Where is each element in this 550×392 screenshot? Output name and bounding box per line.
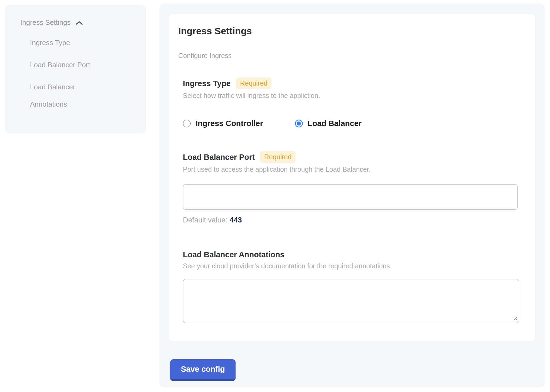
save-config-button[interactable]: Save config <box>170 359 236 381</box>
default-value-row: Default value:443 <box>183 216 524 224</box>
default-value: 443 <box>230 216 242 224</box>
field-load-balancer-port: Load Balancer Port Required Port used to… <box>183 151 524 224</box>
chevron-up-icon <box>75 20 83 26</box>
sidebar-section-label: Ingress Settings <box>20 18 71 26</box>
required-badge: Required <box>236 77 271 89</box>
load-balancer-port-input[interactable] <box>183 184 518 210</box>
ingress-settings-card: Ingress Settings Configure Ingress Ingre… <box>169 14 535 341</box>
sidebar-item-load-balancer-port[interactable]: Load Balancer Port <box>30 56 111 73</box>
field-description-load-balancer-port: Port used to access the application thro… <box>183 165 524 173</box>
radio-ingress-controller[interactable] <box>183 120 191 127</box>
annotations-textarea-wrap <box>183 279 519 323</box>
default-value-label: Default value: <box>183 216 227 224</box>
field-description-load-balancer-annotations: See your cloud provider’s documentation … <box>183 262 524 270</box>
load-balancer-annotations-textarea[interactable] <box>183 279 519 323</box>
radio-label-load-balancer: Load Balancer <box>308 119 362 128</box>
field-label-ingress-type: Ingress Type <box>183 79 231 88</box>
radio-label-ingress-controller: Ingress Controller <box>196 119 263 128</box>
main-panel: Ingress Settings Configure Ingress Ingre… <box>159 4 545 387</box>
sidebar: Ingress Settings Ingress Type Load Balan… <box>5 5 146 133</box>
ingress-type-radio-group: Ingress Controller Load Balancer <box>183 119 524 128</box>
radio-option-ingress-controller[interactable]: Ingress Controller <box>183 119 263 128</box>
page-title: Ingress Settings <box>178 26 524 36</box>
ingress-form: Ingress Type Required Select how traffic… <box>183 77 524 323</box>
required-badge: Required <box>260 151 296 163</box>
field-load-balancer-annotations: Load Balancer Annotations See your cloud… <box>183 250 524 323</box>
sidebar-item-list: Ingress Type Load Balancer Port Load Bal… <box>30 34 146 113</box>
sidebar-item-load-balancer-annotations[interactable]: Load Balancer Annotations <box>30 78 111 113</box>
field-description-ingress-type: Select how traffic will ingress to the a… <box>183 92 524 100</box>
field-label-load-balancer-annotations: Load Balancer Annotations <box>183 250 284 259</box>
field-label-load-balancer-port: Load Balancer Port <box>183 152 255 162</box>
radio-load-balancer[interactable] <box>295 120 303 127</box>
sidebar-section-ingress-settings[interactable]: Ingress Settings <box>5 5 146 26</box>
page-subtitle: Configure Ingress <box>178 52 524 60</box>
radio-option-load-balancer[interactable]: Load Balancer <box>295 119 362 128</box>
sidebar-item-ingress-type[interactable]: Ingress Type <box>30 34 111 51</box>
resize-handle-icon[interactable] <box>513 316 518 322</box>
field-ingress-type: Ingress Type Required Select how traffic… <box>183 77 524 128</box>
